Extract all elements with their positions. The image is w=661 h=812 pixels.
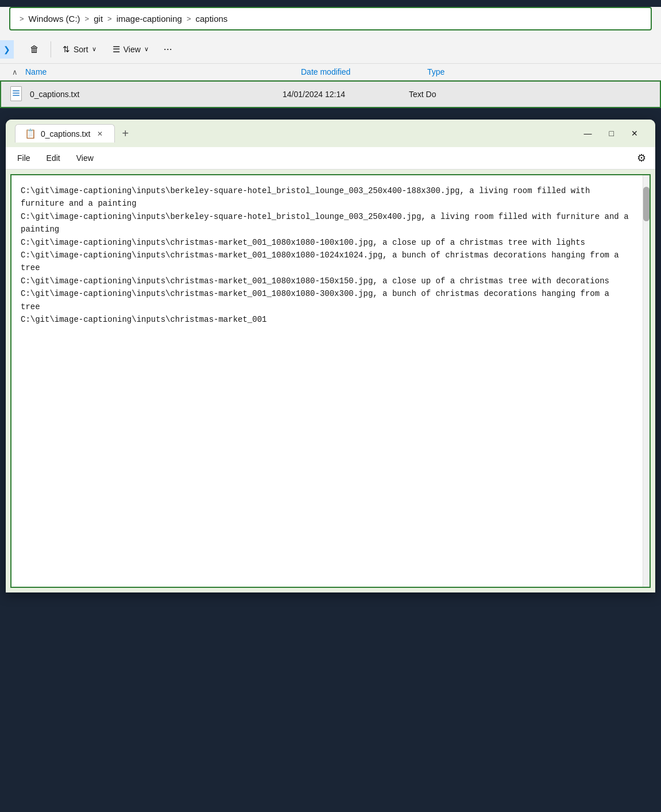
breadcrumb-image-captioning[interactable]: image-captioning [117, 14, 182, 24]
view-label: View [123, 45, 141, 54]
view-chevron-icon: ∨ [144, 45, 149, 53]
file-type: Text Do [409, 90, 436, 99]
window-controls: — □ ✕ [576, 125, 646, 141]
file-date: 14/01/2024 12:14 [283, 90, 409, 99]
notepad-menus: File Edit View [10, 151, 100, 165]
view-button[interactable]: ☰ View ∨ [106, 41, 156, 58]
settings-icon[interactable]: ⚙ [632, 149, 651, 167]
toolbar: ❯ 🗑 ⇅ Sort ∨ ☰ View ∨ ··· [0, 35, 661, 64]
view-icon: ☰ [113, 44, 120, 55]
left-nav-button[interactable]: ❯ [0, 40, 14, 59]
collapse-chevron-icon[interactable]: ∧ [9, 68, 21, 76]
notepad-content-area[interactable]: C:\git\image-captioning\inputs\berkeley-… [10, 174, 651, 588]
notepad-tab-icon: 📋 [25, 128, 36, 139]
file-icon [10, 86, 24, 102]
column-date-header[interactable]: Date modified [301, 67, 427, 76]
sort-icon: ⇅ [63, 44, 70, 55]
breadcrumb-captions[interactable]: captions [195, 14, 227, 24]
breadcrumb-chevron: > [20, 14, 24, 23]
toolbar-separator-1 [51, 41, 51, 57]
column-name-header[interactable]: Name [25, 67, 301, 76]
breadcrumb-sep1: > [85, 14, 90, 23]
notepad-titlebar: 📋 0_captions.txt ✕ + — □ ✕ [6, 120, 655, 147]
notepad-window: 📋 0_captions.txt ✕ + — □ ✕ File Edit Vie… [6, 120, 655, 592]
notepad-menubar: File Edit View ⚙ [6, 147, 655, 170]
menu-file[interactable]: File [10, 151, 37, 165]
sort-button[interactable]: ⇅ Sort ∨ [56, 41, 103, 58]
trash-icon: 🗑 [30, 44, 39, 55]
minimize-button[interactable]: — [576, 125, 600, 141]
menu-edit[interactable]: Edit [40, 151, 67, 165]
file-explorer: > Windows (C:) > git > image-captioning … [0, 7, 661, 108]
sort-chevron-icon: ∨ [92, 45, 96, 53]
breadcrumb-git[interactable]: git [94, 14, 103, 24]
breadcrumb-windows[interactable]: Windows (C:) [29, 14, 80, 24]
sort-label: Sort [74, 45, 88, 54]
column-headers: ∧ Name Date modified Type [0, 64, 661, 80]
notepad-tab-title: 0_captions.txt [41, 129, 90, 138]
breadcrumb-sep3: > [187, 14, 191, 23]
close-button[interactable]: ✕ [623, 125, 646, 141]
notepad-tab[interactable]: 📋 0_captions.txt ✕ [15, 124, 115, 143]
breadcrumb-sep2: > [107, 14, 112, 23]
column-type-header[interactable]: Type [427, 67, 444, 76]
scrollbar-thumb[interactable] [643, 187, 650, 221]
file-name[interactable]: 0_captions.txt [30, 90, 283, 99]
menu-view[interactable]: View [69, 151, 100, 165]
scrollbar[interactable] [643, 175, 650, 587]
notepad-tab-close-button[interactable]: ✕ [95, 129, 105, 139]
maximize-button[interactable]: □ [601, 125, 622, 141]
file-row[interactable]: 0_captions.txt 14/01/2024 12:14 Text Do [0, 80, 661, 108]
notepad-tab-area: 📋 0_captions.txt ✕ + [15, 124, 576, 143]
notepad-text: C:\git\image-captioning\inputs\berkeley-… [21, 184, 640, 326]
delete-button[interactable]: 🗑 [23, 41, 46, 58]
more-button[interactable]: ··· [158, 40, 178, 59]
notepad-new-tab-button[interactable]: + [117, 125, 133, 143]
breadcrumb[interactable]: > Windows (C:) > git > image-captioning … [9, 7, 652, 30]
